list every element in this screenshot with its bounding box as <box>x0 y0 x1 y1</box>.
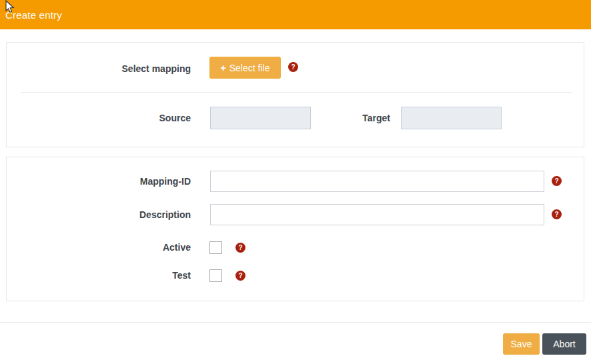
select-file-button[interactable]: +Select file <box>209 57 281 79</box>
source-label: Source <box>8 111 191 125</box>
description-label: Description <box>8 208 191 221</box>
title-bar: Create entry <box>0 0 591 29</box>
description-field[interactable] <box>210 204 544 225</box>
select-file-button-label: Select file <box>229 63 270 73</box>
test-label: Test <box>8 269 191 282</box>
source-field[interactable] <box>210 107 311 129</box>
plus-icon: + <box>221 63 226 73</box>
abort-button[interactable]: Abort <box>542 333 586 355</box>
test-checkbox[interactable] <box>209 269 222 282</box>
help-icon-description[interactable]: ? <box>552 209 562 219</box>
help-icon-active[interactable]: ? <box>235 243 245 253</box>
target-field[interactable] <box>401 107 502 129</box>
mapping-id-label: Mapping-ID <box>8 175 191 188</box>
panel-divider <box>21 92 572 93</box>
active-checkbox[interactable] <box>209 241 222 254</box>
help-icon-test[interactable]: ? <box>235 271 245 281</box>
help-icon-mapping-id[interactable]: ? <box>552 176 562 186</box>
save-button[interactable]: Save <box>503 333 540 355</box>
mapping-details-panel: Mapping-ID ? Description ? Active ? Test… <box>6 157 584 301</box>
footer-divider <box>0 322 591 323</box>
target-label: Target <box>324 111 390 125</box>
active-label: Active <box>8 241 191 254</box>
mapping-file-panel: Select mapping +Select file ? Source Tar… <box>6 42 584 147</box>
select-mapping-label: Select mapping <box>8 62 191 75</box>
mapping-id-field[interactable] <box>210 171 544 192</box>
help-icon-select-mapping[interactable]: ? <box>288 62 298 72</box>
mouse-cursor-icon <box>4 0 17 15</box>
